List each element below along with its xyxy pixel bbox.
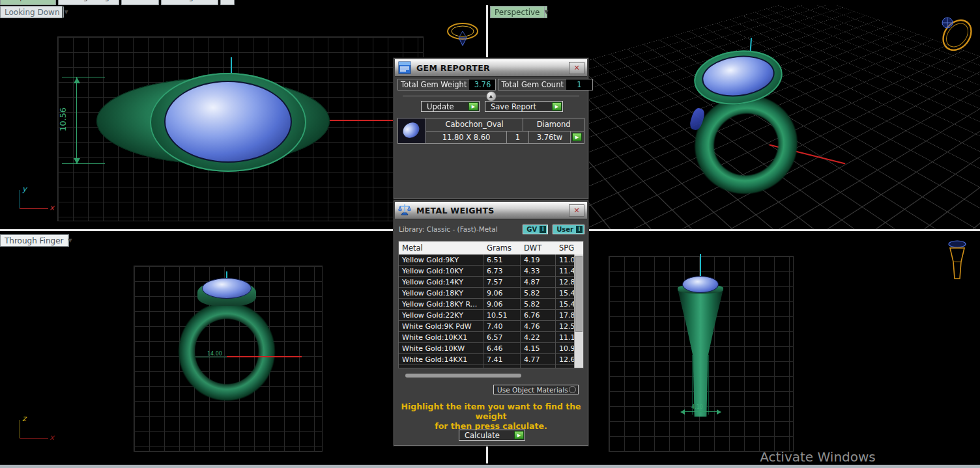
save-report-button-label: Save Report — [485, 102, 552, 111]
table-cell: 9.06 — [483, 299, 521, 309]
scrollbar-thumb[interactable] — [405, 374, 521, 378]
user-button[interactable]: User I — [553, 225, 584, 234]
user-button-label: User — [556, 226, 573, 233]
chevron-down-icon: ▼ — [544, 7, 549, 18]
table-row[interactable]: Yellow Gold:9KY6.514.1911.08 — [399, 255, 583, 266]
calculate-button[interactable]: Calculate ▶ — [459, 430, 525, 441]
tab-perspective[interactable]: Perspective — [0, 0, 56, 5]
collapse-divider: ▲ — [403, 96, 579, 96]
dimension-arrow — [680, 409, 685, 415]
table-cell: 4.77 — [521, 354, 556, 365]
table-cell: 8.44 — [483, 365, 521, 368]
dimension-extension — [62, 77, 105, 77]
table-row[interactable]: Yellow Gold:14KY7.574.8712.88 — [399, 277, 583, 288]
panel-title: GEM REPORTER — [416, 63, 490, 73]
close-icon[interactable]: ✕ — [569, 62, 584, 74]
table-row[interactable]: Yellow Gold:18KY9.065.8215.41 — [399, 288, 583, 299]
table-row[interactable]: White Gold:14K PdW8.445.4314.37 — [399, 365, 583, 368]
save-report-button[interactable]: Save Report ▶ — [485, 101, 563, 112]
instruction-text: Highlight the item you want to find the … — [394, 402, 588, 431]
info-icon: I — [540, 226, 546, 233]
gem-weight: 3.76tw — [529, 131, 571, 144]
ring-wireframe-profile-icon — [943, 240, 972, 284]
table-cell: 6.46 — [483, 343, 521, 353]
dimension-line — [76, 77, 77, 164]
table-cell: 7.57 — [483, 277, 521, 287]
view-selector-label: Perspective — [491, 8, 544, 17]
column-header-metal: Metal — [399, 243, 483, 253]
gem-totals-row: Total Gem Weight 3.76 Total Gem Count 1 — [397, 79, 584, 90]
gv-button[interactable]: GV I — [523, 225, 548, 234]
tab-label: Looking Down — [166, 0, 216, 2]
x-axis-line — [20, 208, 48, 209]
table-cell: 7.40 — [483, 321, 521, 331]
run-arrow-icon: ▶ — [514, 431, 524, 439]
gv-button-label: GV — [526, 226, 537, 233]
gem-list-item[interactable]: Cabochon_Oval Diamond 11.80 X 8.60 1 3.7… — [397, 118, 584, 144]
gem-thumbnail-stone — [400, 120, 422, 141]
table-cell: White Gold:9K PdW — [399, 321, 483, 331]
table-cell: 4.76 — [521, 321, 556, 331]
total-gem-count-label: Total Gem Count — [498, 79, 566, 90]
close-icon[interactable]: ✕ — [569, 204, 584, 217]
table-cell: 6.76 — [521, 310, 556, 320]
z-axis-label: z — [22, 414, 26, 423]
table-cell: 10.51 — [483, 310, 521, 320]
view-selector-through-finger[interactable]: Through Finger ▼ — [0, 234, 69, 247]
vertical-scrollbar[interactable] — [574, 255, 583, 368]
view-selector-looking-down[interactable]: Looking Down ▼ — [0, 6, 63, 18]
table-row[interactable]: White Gold:14KX17.414.7712.61 — [399, 354, 583, 365]
z-axis-line — [20, 420, 20, 438]
horizontal-scrollbar[interactable] — [400, 373, 576, 378]
gem-shape: Cabochon_Oval — [426, 118, 523, 131]
x-axis-label: x — [50, 203, 54, 212]
tab-through-finger[interactable]: Through Finger — [58, 0, 119, 5]
gem-info-table: Cabochon_Oval Diamond 11.80 X 8.60 1 3.7… — [426, 118, 584, 143]
table-row[interactable]: Yellow Gold:18KY R...9.065.8215.41 — [399, 299, 583, 310]
instruction-line-1: Highlight the item you want to find the … — [394, 402, 588, 421]
table-row[interactable]: White Gold:9K PdW7.404.7612.59 — [399, 321, 583, 332]
window-bottom-edge — [0, 465, 980, 468]
table-cell: 5.43 — [521, 365, 556, 368]
metal-weights-header[interactable]: METAL WEIGHTS ✕ — [395, 202, 587, 219]
table-cell: 6.73 — [483, 266, 521, 276]
y-axis-line — [20, 190, 20, 208]
table-row[interactable]: White Gold:10KX16.574.2211.18 — [399, 332, 583, 343]
table-header-row: Metal Grams DWT SPG — [399, 241, 583, 255]
dimension-line — [195, 357, 227, 357]
total-gem-count: Total Gem Count 1 — [498, 79, 593, 90]
table-row[interactable]: White Gold:10KW6.464.1510.99 — [399, 343, 583, 354]
use-object-materials-button[interactable]: Use Object Materials — [493, 385, 579, 394]
scrollbar-thumb[interactable] — [575, 256, 583, 332]
ring-wireframe-top-icon — [446, 21, 480, 48]
panel-title: METAL WEIGHTS — [416, 206, 495, 215]
x-axis-label: x — [50, 433, 54, 442]
gem-reporter-header[interactable]: GEM REPORTER ✕ — [395, 59, 587, 77]
dimension-arrow — [74, 158, 80, 164]
view-selector-perspective[interactable]: Perspective ▼ — [490, 6, 547, 18]
dimension-text: 14.00 — [207, 351, 222, 357]
gem-detail-button[interactable]: ▶ — [571, 131, 584, 144]
table-cell: 4.22 — [521, 332, 556, 342]
collapse-button[interactable]: ▲ — [486, 91, 497, 102]
table-cell: 6.51 — [483, 255, 521, 265]
tab-side-view[interactable]: Side View — [121, 0, 159, 5]
total-gem-weight: Total Gem Weight 3.76 — [397, 79, 496, 90]
run-arrow-icon: ▶ — [468, 102, 478, 111]
tab-new-viewport[interactable] — [220, 0, 235, 5]
update-button[interactable]: Update ▶ — [421, 101, 480, 112]
use-object-materials-label: Use Object Materials — [494, 386, 569, 394]
table-cell: Yellow Gold:14KY — [399, 277, 483, 287]
run-arrow-icon: ▶ — [572, 133, 582, 141]
viewport-tab-bar: Perspective Through Finger Side View Loo… — [0, 0, 274, 5]
table-cell: 6.57 — [483, 332, 521, 342]
total-gem-count-value: 1 — [566, 79, 592, 90]
table-row[interactable]: Yellow Gold:10KY6.734.3311.45 — [399, 266, 583, 277]
axis-line-red — [326, 120, 399, 121]
tab-looking-down[interactable]: Looking Down — [161, 0, 218, 5]
table-cell: White Gold:10KX1 — [399, 332, 483, 342]
gem-report-icon — [397, 61, 412, 75]
table-row[interactable]: Yellow Gold:22KY10.516.7617.89 — [399, 310, 583, 321]
tab-label: Perspective — [5, 0, 46, 2]
table-cell: White Gold:14K PdW — [399, 365, 483, 368]
